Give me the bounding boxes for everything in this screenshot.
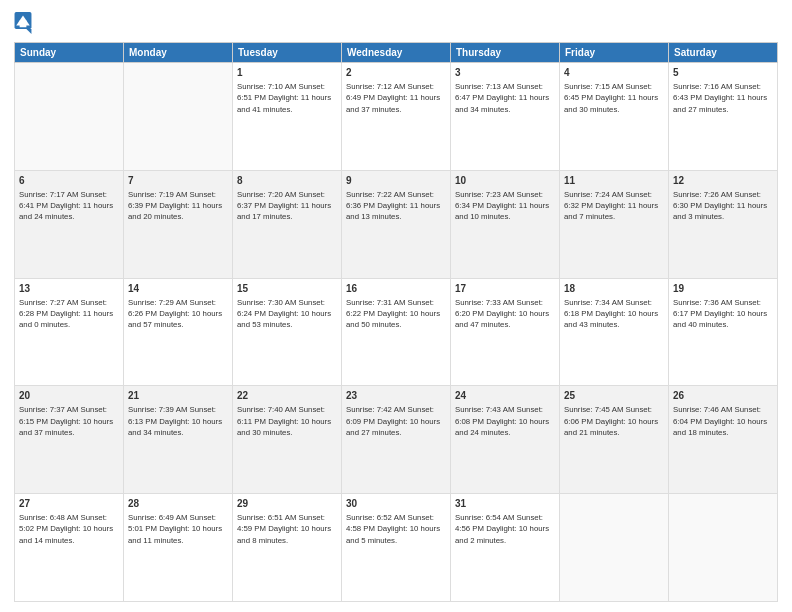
day-number: 23 <box>346 389 446 403</box>
weekday-header-wednesday: Wednesday <box>342 43 451 63</box>
day-number: 26 <box>673 389 773 403</box>
calendar-cell: 27Sunrise: 6:48 AM Sunset: 5:02 PM Dayli… <box>15 494 124 602</box>
calendar-cell: 1Sunrise: 7:10 AM Sunset: 6:51 PM Daylig… <box>233 63 342 171</box>
day-number: 21 <box>128 389 228 403</box>
day-info: Sunrise: 7:15 AM Sunset: 6:45 PM Dayligh… <box>564 81 664 115</box>
day-info: Sunrise: 7:37 AM Sunset: 6:15 PM Dayligh… <box>19 404 119 438</box>
day-number: 6 <box>19 174 119 188</box>
weekday-header-monday: Monday <box>124 43 233 63</box>
day-number: 8 <box>237 174 337 188</box>
calendar-body: 1Sunrise: 7:10 AM Sunset: 6:51 PM Daylig… <box>15 63 778 602</box>
calendar-cell: 23Sunrise: 7:42 AM Sunset: 6:09 PM Dayli… <box>342 386 451 494</box>
calendar-cell: 17Sunrise: 7:33 AM Sunset: 6:20 PM Dayli… <box>451 278 560 386</box>
calendar-cell: 12Sunrise: 7:26 AM Sunset: 6:30 PM Dayli… <box>669 170 778 278</box>
day-info: Sunrise: 7:24 AM Sunset: 6:32 PM Dayligh… <box>564 189 664 223</box>
calendar-cell <box>669 494 778 602</box>
day-info: Sunrise: 7:13 AM Sunset: 6:47 PM Dayligh… <box>455 81 555 115</box>
day-number: 22 <box>237 389 337 403</box>
calendar-cell: 22Sunrise: 7:40 AM Sunset: 6:11 PM Dayli… <box>233 386 342 494</box>
calendar-cell: 20Sunrise: 7:37 AM Sunset: 6:15 PM Dayli… <box>15 386 124 494</box>
calendar-cell: 14Sunrise: 7:29 AM Sunset: 6:26 PM Dayli… <box>124 278 233 386</box>
page: SundayMondayTuesdayWednesdayThursdayFrid… <box>0 0 792 612</box>
day-info: Sunrise: 7:10 AM Sunset: 6:51 PM Dayligh… <box>237 81 337 115</box>
day-info: Sunrise: 6:54 AM Sunset: 4:56 PM Dayligh… <box>455 512 555 546</box>
day-info: Sunrise: 7:43 AM Sunset: 6:08 PM Dayligh… <box>455 404 555 438</box>
svg-marker-3 <box>26 29 31 34</box>
day-info: Sunrise: 7:26 AM Sunset: 6:30 PM Dayligh… <box>673 189 773 223</box>
calendar-cell <box>560 494 669 602</box>
calendar-cell: 19Sunrise: 7:36 AM Sunset: 6:17 PM Dayli… <box>669 278 778 386</box>
day-info: Sunrise: 7:12 AM Sunset: 6:49 PM Dayligh… <box>346 81 446 115</box>
logo-icon <box>14 12 32 34</box>
calendar-cell: 2Sunrise: 7:12 AM Sunset: 6:49 PM Daylig… <box>342 63 451 171</box>
weekday-header-saturday: Saturday <box>669 43 778 63</box>
day-info: Sunrise: 7:45 AM Sunset: 6:06 PM Dayligh… <box>564 404 664 438</box>
day-info: Sunrise: 7:33 AM Sunset: 6:20 PM Dayligh… <box>455 297 555 331</box>
calendar-week-row: 6Sunrise: 7:17 AM Sunset: 6:41 PM Daylig… <box>15 170 778 278</box>
day-info: Sunrise: 7:39 AM Sunset: 6:13 PM Dayligh… <box>128 404 228 438</box>
day-number: 28 <box>128 497 228 511</box>
calendar-cell: 21Sunrise: 7:39 AM Sunset: 6:13 PM Dayli… <box>124 386 233 494</box>
calendar-cell: 11Sunrise: 7:24 AM Sunset: 6:32 PM Dayli… <box>560 170 669 278</box>
day-number: 12 <box>673 174 773 188</box>
day-number: 10 <box>455 174 555 188</box>
day-info: Sunrise: 7:16 AM Sunset: 6:43 PM Dayligh… <box>673 81 773 115</box>
day-number: 18 <box>564 282 664 296</box>
weekday-header-friday: Friday <box>560 43 669 63</box>
day-info: Sunrise: 7:42 AM Sunset: 6:09 PM Dayligh… <box>346 404 446 438</box>
calendar-cell: 10Sunrise: 7:23 AM Sunset: 6:34 PM Dayli… <box>451 170 560 278</box>
calendar-cell: 15Sunrise: 7:30 AM Sunset: 6:24 PM Dayli… <box>233 278 342 386</box>
calendar-cell: 6Sunrise: 7:17 AM Sunset: 6:41 PM Daylig… <box>15 170 124 278</box>
calendar-week-row: 1Sunrise: 7:10 AM Sunset: 6:51 PM Daylig… <box>15 63 778 171</box>
day-number: 5 <box>673 66 773 80</box>
day-number: 15 <box>237 282 337 296</box>
day-info: Sunrise: 7:23 AM Sunset: 6:34 PM Dayligh… <box>455 189 555 223</box>
day-number: 17 <box>455 282 555 296</box>
calendar-week-row: 13Sunrise: 7:27 AM Sunset: 6:28 PM Dayli… <box>15 278 778 386</box>
day-info: Sunrise: 6:51 AM Sunset: 4:59 PM Dayligh… <box>237 512 337 546</box>
day-info: Sunrise: 7:19 AM Sunset: 6:39 PM Dayligh… <box>128 189 228 223</box>
day-number: 24 <box>455 389 555 403</box>
calendar-week-row: 27Sunrise: 6:48 AM Sunset: 5:02 PM Dayli… <box>15 494 778 602</box>
calendar-week-row: 20Sunrise: 7:37 AM Sunset: 6:15 PM Dayli… <box>15 386 778 494</box>
calendar-cell: 24Sunrise: 7:43 AM Sunset: 6:08 PM Dayli… <box>451 386 560 494</box>
day-number: 20 <box>19 389 119 403</box>
day-info: Sunrise: 7:30 AM Sunset: 6:24 PM Dayligh… <box>237 297 337 331</box>
calendar-cell: 9Sunrise: 7:22 AM Sunset: 6:36 PM Daylig… <box>342 170 451 278</box>
logo <box>14 12 34 34</box>
day-number: 2 <box>346 66 446 80</box>
calendar-cell: 5Sunrise: 7:16 AM Sunset: 6:43 PM Daylig… <box>669 63 778 171</box>
day-number: 16 <box>346 282 446 296</box>
calendar-cell: 3Sunrise: 7:13 AM Sunset: 6:47 PM Daylig… <box>451 63 560 171</box>
calendar-cell: 28Sunrise: 6:49 AM Sunset: 5:01 PM Dayli… <box>124 494 233 602</box>
calendar-cell: 7Sunrise: 7:19 AM Sunset: 6:39 PM Daylig… <box>124 170 233 278</box>
weekday-header-thursday: Thursday <box>451 43 560 63</box>
calendar-cell <box>15 63 124 171</box>
day-number: 9 <box>346 174 446 188</box>
day-number: 1 <box>237 66 337 80</box>
day-number: 14 <box>128 282 228 296</box>
day-number: 31 <box>455 497 555 511</box>
day-info: Sunrise: 7:22 AM Sunset: 6:36 PM Dayligh… <box>346 189 446 223</box>
day-number: 11 <box>564 174 664 188</box>
day-number: 4 <box>564 66 664 80</box>
weekday-header-tuesday: Tuesday <box>233 43 342 63</box>
day-info: Sunrise: 7:46 AM Sunset: 6:04 PM Dayligh… <box>673 404 773 438</box>
day-info: Sunrise: 7:40 AM Sunset: 6:11 PM Dayligh… <box>237 404 337 438</box>
day-info: Sunrise: 7:31 AM Sunset: 6:22 PM Dayligh… <box>346 297 446 331</box>
day-info: Sunrise: 7:27 AM Sunset: 6:28 PM Dayligh… <box>19 297 119 331</box>
calendar-table: SundayMondayTuesdayWednesdayThursdayFrid… <box>14 42 778 602</box>
header <box>14 12 778 34</box>
day-number: 19 <box>673 282 773 296</box>
day-number: 29 <box>237 497 337 511</box>
day-number: 27 <box>19 497 119 511</box>
calendar-cell: 31Sunrise: 6:54 AM Sunset: 4:56 PM Dayli… <box>451 494 560 602</box>
day-number: 7 <box>128 174 228 188</box>
day-number: 3 <box>455 66 555 80</box>
day-info: Sunrise: 7:29 AM Sunset: 6:26 PM Dayligh… <box>128 297 228 331</box>
day-info: Sunrise: 7:17 AM Sunset: 6:41 PM Dayligh… <box>19 189 119 223</box>
calendar-cell <box>124 63 233 171</box>
calendar-cell: 8Sunrise: 7:20 AM Sunset: 6:37 PM Daylig… <box>233 170 342 278</box>
calendar-cell: 25Sunrise: 7:45 AM Sunset: 6:06 PM Dayli… <box>560 386 669 494</box>
calendar-cell: 13Sunrise: 7:27 AM Sunset: 6:28 PM Dayli… <box>15 278 124 386</box>
